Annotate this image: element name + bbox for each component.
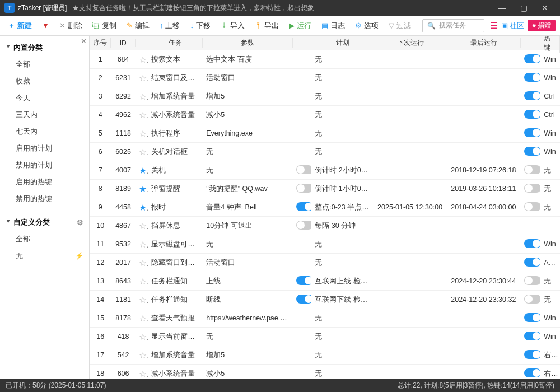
gear-icon[interactable]: ⚙ (77, 218, 83, 227)
sidebar-item[interactable]: 七天内 (0, 123, 89, 140)
table-row[interactable]: 10 4867 ☆ 挡屏休息 10分钟 可退出 每隔 30 分钟 (90, 217, 560, 235)
favorite-star[interactable]: ☆ (139, 332, 148, 342)
favorite-star[interactable]: ★ (139, 203, 148, 212)
favorite-star[interactable]: ★ (139, 166, 148, 175)
table-row[interactable]: 6 6025 ☆ 关机对话框 无 无 Win (90, 143, 560, 161)
copy-button[interactable]: ⿻复制 (89, 19, 120, 32)
hotkey-toggle[interactable] (524, 295, 540, 304)
hotkey-toggle[interactable] (524, 91, 540, 100)
maximize-button[interactable]: ▢ (513, 0, 534, 16)
table-row[interactable]: 17 542 ☆ 增加系统音量 增加5 无 右键 (90, 346, 560, 365)
table-row[interactable]: 16 418 ☆ 显示当前窗口信… 无 无 Win (90, 328, 560, 346)
sidebar-item[interactable]: 三天内 (0, 106, 89, 123)
hotkey-toggle[interactable] (524, 276, 540, 285)
import-button[interactable]: ⭳导入 (217, 19, 248, 32)
favorite-star[interactable]: ☆ (139, 351, 148, 360)
table-row[interactable]: 3 6292 ☆ 增加系统音量 增加5 无 Ctrl (90, 87, 560, 106)
list-icon[interactable]: ☰ (490, 20, 498, 31)
col-param[interactable]: 参数 (203, 38, 293, 48)
plan-toggle[interactable] (296, 184, 311, 193)
sidebar-item[interactable]: 全部 (0, 56, 89, 73)
filter-button[interactable]: ▽过滤 (385, 19, 414, 32)
table-row[interactable]: 9 4458 ★ 报时 音量4 钟声: Bell 整点:0-23 半点… 202… (90, 198, 560, 217)
hotkey-toggle[interactable] (524, 202, 540, 211)
log-button[interactable]: ▤日志 (318, 19, 348, 32)
export-button[interactable]: ⭱导出 (251, 19, 282, 32)
hotkey-toggle[interactable] (524, 239, 540, 248)
plan-toggle[interactable] (296, 276, 311, 285)
sidebar-item[interactable]: 全部 (0, 231, 89, 248)
hotkey-toggle[interactable] (524, 147, 540, 156)
donate-button[interactable]: ♥捐赠 (528, 20, 556, 31)
plan-toggle[interactable] (296, 295, 311, 304)
sidebar-close-icon[interactable]: ✕ (81, 37, 87, 45)
sidebar-item[interactable]: 无⚡ (0, 248, 89, 264)
community-button[interactable]: ▣社区 (501, 21, 524, 31)
table-row[interactable]: 15 8178 ☆ 查看天气预报 https://weathernew.pae.… (90, 309, 560, 328)
new-button[interactable]: ＋新建 (4, 19, 35, 32)
sidebar-item[interactable]: 今天 (0, 90, 89, 106)
table-row[interactable]: 12 2017 ☆ 隐藏窗口到托盘 活动窗口 无 Alt + (90, 254, 560, 272)
table-row[interactable]: 11 9532 ☆ 显示磁盘可用空… 无 无 Win (90, 235, 560, 254)
delete-button[interactable]: ✕删除 (56, 19, 86, 32)
edit-button[interactable]: ✎编辑 (123, 19, 153, 32)
sidebar-item[interactable]: 启用的热键 (0, 174, 89, 190)
favorite-star[interactable]: ☆ (139, 277, 148, 286)
col-name[interactable]: 任务 (148, 38, 203, 48)
col-plan[interactable]: 计划 (311, 38, 374, 48)
sidebar-item[interactable]: 禁用的热键 (0, 190, 89, 207)
favorite-star[interactable]: ☆ (139, 314, 148, 323)
close-button[interactable]: ✕ (534, 0, 556, 16)
col-last[interactable]: 最后运行 (447, 38, 521, 48)
plan-toggle[interactable] (296, 165, 311, 174)
favorite-star[interactable]: ★ (139, 184, 148, 194)
favorite-star[interactable]: ☆ (139, 258, 148, 268)
plan-toggle[interactable] (296, 221, 311, 230)
table-row[interactable]: 7 4007 ★ 关机 无 倒计时 2小时0… 2018-12-19 07:26… (90, 161, 560, 180)
favorite-star[interactable]: ☆ (139, 55, 148, 64)
hotkey-toggle[interactable] (524, 54, 540, 63)
search-input[interactable]: 🔍搜索任务 (422, 19, 484, 32)
minimize-button[interactable]: — (492, 0, 513, 16)
table-row[interactable]: 2 6231 ☆ 结束窗口及其进… 活动窗口 无 Win (90, 69, 560, 87)
plan-toggle[interactable] (296, 202, 311, 211)
col-next[interactable]: 下次运行 (374, 38, 447, 48)
table-row[interactable]: 14 1181 ☆ 任务栏通知 断线 互联网下线 检… 2024-12-20 2… (90, 291, 560, 309)
hotkey-toggle[interactable] (524, 73, 540, 82)
table-row[interactable]: 5 1118 ☆ 执行程序 Everything.exe 无 Win (90, 124, 560, 143)
table-row[interactable]: 18 606 ☆ 减小系统音量 减小5 无 右键 (90, 365, 560, 379)
table-row[interactable]: 1 684 ☆ 搜索文本 选中文本 百度 无 Win (90, 50, 560, 69)
movedown-button[interactable]: ↓下移 (186, 19, 214, 32)
moveup-button[interactable]: ↑上移 (156, 19, 184, 32)
col-id[interactable]: ID (111, 39, 136, 47)
favorite-star[interactable]: ☆ (139, 240, 148, 249)
sidebar-custom-header[interactable]: 自定义分类⚙ (0, 214, 89, 231)
favorite-star[interactable]: ☆ (139, 295, 148, 305)
hotkey-toggle[interactable] (524, 184, 540, 193)
favorite-star[interactable]: ☆ (139, 92, 148, 101)
favorite-star[interactable]: ☆ (139, 73, 148, 83)
sidebar-item[interactable]: 收藏 (0, 73, 89, 90)
table-row[interactable]: 4 4962 ☆ 减小系统音量 减小5 无 Ctrl (90, 106, 560, 124)
new-dropdown[interactable]: ▼ (39, 20, 53, 31)
hotkey-toggle[interactable] (524, 165, 540, 174)
favorite-star[interactable]: ☆ (139, 221, 148, 231)
favorite-star[interactable]: ☆ (139, 147, 148, 157)
col-seq[interactable]: 序号 (90, 38, 111, 48)
hotkey-toggle[interactable] (524, 313, 540, 322)
hotkey-toggle[interactable] (524, 350, 540, 359)
hotkey-toggle[interactable] (524, 128, 540, 137)
favorite-star[interactable]: ☆ (139, 369, 148, 379)
hotkey-toggle[interactable] (524, 110, 540, 119)
hotkey-toggle[interactable] (524, 368, 540, 377)
run-button[interactable]: ▶运行 (286, 19, 315, 32)
options-button[interactable]: ⚙选项 (352, 19, 382, 32)
table-row[interactable]: 8 8189 ★ 弹窗提醒 "我的提醒" QQ.wav 倒计时 1小时0… 20… (90, 180, 560, 198)
sidebar-item[interactable]: 禁用的计划 (0, 157, 89, 174)
table-row[interactable]: 13 8643 ☆ 任务栏通知 上线 互联网上线 检… 2024-12-20 2… (90, 272, 560, 291)
hotkey-toggle[interactable] (524, 258, 540, 267)
sidebar-builtin-header[interactable]: 内置分类 (0, 39, 89, 56)
sidebar-item[interactable]: 启用的计划 (0, 140, 89, 157)
hotkey-toggle[interactable] (524, 332, 540, 340)
favorite-star[interactable]: ☆ (139, 110, 148, 120)
